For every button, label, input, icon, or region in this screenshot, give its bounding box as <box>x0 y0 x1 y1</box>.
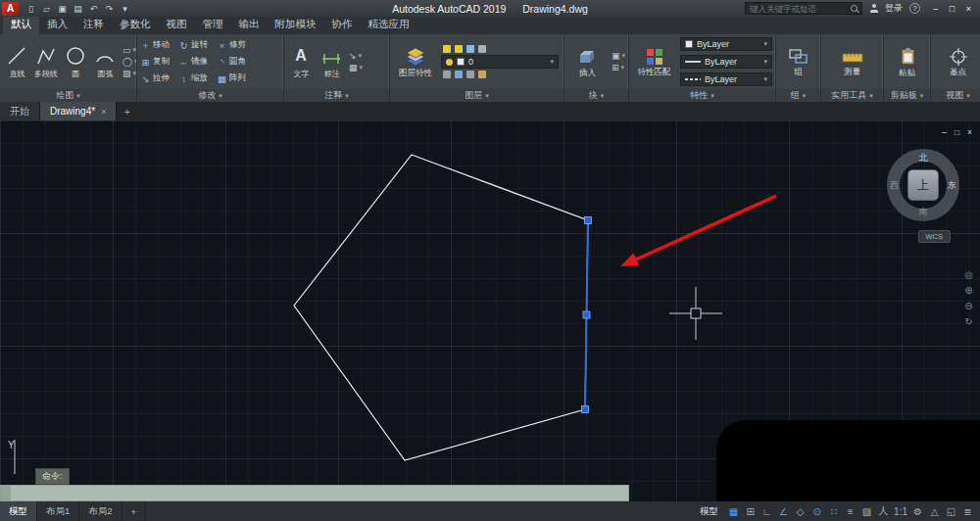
ribbon-tab-5[interactable]: 管理 <box>195 16 231 34</box>
panel-draw-footer[interactable]: 绘图 ▾ <box>0 89 136 102</box>
viewcube[interactable]: 北 南 西 东 上 <box>882 144 964 226</box>
model-space-button[interactable]: 模型 <box>693 505 725 518</box>
customize-toggle[interactable]: ≣ <box>959 506 976 517</box>
tool-fillet[interactable]: ◝圆角 <box>217 54 253 71</box>
tool-line[interactable]: 直线 <box>3 44 30 80</box>
grip-1[interactable] <box>583 311 590 318</box>
grip-0[interactable] <box>585 217 592 224</box>
help-icon[interactable]: ? <box>909 3 920 14</box>
zoom-in-icon[interactable]: ⊕ <box>960 285 977 296</box>
tool-array[interactable]: ▦阵列 <box>217 71 253 87</box>
tool-move[interactable]: +移动 <box>140 37 176 54</box>
annotation-visibility-toggle[interactable]: 人 <box>875 504 892 518</box>
leader-icon[interactable]: ↘▾ <box>349 51 363 61</box>
insert-block-button[interactable]: 插入 <box>567 46 608 78</box>
navigation-wheel-icon[interactable]: ◎ <box>960 269 977 280</box>
search-input[interactable] <box>750 4 848 14</box>
group-button[interactable]: 组 <box>779 47 817 77</box>
panel-layers-footer[interactable]: 图层 ▾ <box>390 89 564 102</box>
viewport-restore-icon[interactable]: □ <box>955 127 959 137</box>
viewcube-top-face[interactable]: 上 <box>907 169 939 201</box>
viewcube-north[interactable]: 北 <box>919 152 928 165</box>
create-block-icon[interactable]: ⊞▾ <box>612 63 625 72</box>
measure-button[interactable]: 测量 <box>830 47 875 77</box>
undo-icon[interactable]: ↶ <box>86 4 101 14</box>
new-file-icon[interactable]: ▯ <box>24 4 38 14</box>
panel-properties-footer[interactable]: 特性 ▾ <box>629 89 775 102</box>
command-bar-grip[interactable] <box>1 486 11 500</box>
viewport-minimize-icon[interactable]: – <box>942 127 947 137</box>
app-logo-icon[interactable]: A <box>2 2 19 16</box>
command-input[interactable] <box>11 489 628 498</box>
pentagon-shape[interactable] <box>294 155 588 460</box>
edit-attribute-icon[interactable]: ▣▾ <box>612 51 625 61</box>
close-tab-icon[interactable]: × <box>101 107 106 117</box>
layout-tab-2[interactable]: 布局2 <box>79 501 122 521</box>
search-icon[interactable] <box>851 5 858 12</box>
file-tab-start[interactable]: 开始 <box>0 102 40 120</box>
layer-lock-icon[interactable] <box>466 45 474 53</box>
new-tab-button[interactable]: + <box>117 106 136 118</box>
tool-scale[interactable]: ↕缩放 <box>178 71 215 87</box>
object-snap-toggle[interactable]: ⊙ <box>808 506 825 517</box>
isodraft-toggle[interactable]: ◇ <box>792 506 808 517</box>
viewcube-south[interactable]: 南 <box>919 206 928 218</box>
base-point-button[interactable]: 基点 <box>936 47 980 77</box>
table-icon[interactable]: ▦▾ <box>349 63 363 72</box>
tool-stretch[interactable]: ↘拉伸 <box>140 71 176 87</box>
ribbon-tab-3[interactable]: 参数化 <box>112 16 159 34</box>
tool-mirror[interactable]: ⇔镜像 <box>178 54 215 71</box>
wcs-button[interactable]: WCS <box>918 230 952 243</box>
ribbon-tab-2[interactable]: 注释 <box>75 16 112 34</box>
property-dropdown-2[interactable]: ByLayer▾ <box>680 72 772 86</box>
layer-freeze-icon[interactable] <box>455 45 463 53</box>
drawing-canvas[interactable]: Y –□× 北 南 西 东 上 WCS ◎⊕⊖↻ 命令: <box>0 120 980 501</box>
ribbon-tab-4[interactable]: 视图 <box>159 16 195 34</box>
tool-circle[interactable]: 圆 <box>62 44 89 80</box>
annotation-scale-toggle[interactable]: 1:1 <box>892 506 909 517</box>
layer-match-icon[interactable] <box>455 71 463 78</box>
ribbon-tab-8[interactable]: 协作 <box>324 16 361 34</box>
layer-state-icon[interactable] <box>443 71 451 78</box>
minimize-button[interactable]: – <box>927 4 944 14</box>
layer-on-icon[interactable] <box>443 45 451 53</box>
match-properties-button[interactable]: 特性匹配 <box>632 47 676 77</box>
viewcube-east[interactable]: 东 <box>948 179 956 192</box>
ellipse-icon[interactable]: ◯▾ <box>122 57 136 67</box>
clean-screen-toggle[interactable]: ◱ <box>943 506 959 517</box>
transparency-toggle[interactable]: ▨ <box>858 506 875 517</box>
tool-arc[interactable]: 圆弧 <box>91 44 119 80</box>
ribbon-tab-0[interactable]: 默认 <box>3 16 39 34</box>
rectangle-icon[interactable]: ▭▾ <box>122 45 136 55</box>
qat-dropdown-icon[interactable]: ▾ <box>118 4 132 14</box>
object-snap-tracking-toggle[interactable]: ∷ <box>825 506 842 517</box>
ribbon-tab-9[interactable]: 精选应用 <box>361 16 417 34</box>
ribbon-tab-6[interactable]: 输出 <box>231 16 268 34</box>
user-icon[interactable] <box>869 4 878 13</box>
property-dropdown-0[interactable]: ByLayer▾ <box>680 37 772 51</box>
paste-button[interactable]: 粘贴 <box>887 46 927 78</box>
hatch-icon[interactable]: ▨▾ <box>122 69 136 78</box>
restore-button[interactable]: □ <box>944 4 960 14</box>
layout-tab-1[interactable]: 布局1 <box>37 501 79 521</box>
grip-2[interactable] <box>582 406 589 413</box>
open-file-icon[interactable]: ▱ <box>39 4 54 14</box>
panel-clipboard-footer[interactable]: 剪贴板 ▾ <box>884 89 930 102</box>
layer-properties-button[interactable]: 图层特性 <box>393 46 438 78</box>
tool-copy[interactable]: ⊞复制 <box>140 54 176 71</box>
layout-tab-0[interactable]: 模型 <box>0 501 37 521</box>
panel-block-footer[interactable]: 块 ▾ <box>564 89 628 102</box>
save-file-icon[interactable]: ▣ <box>55 4 70 14</box>
search-box[interactable] <box>745 2 862 15</box>
layer-dropdown[interactable]: 0 ▾ <box>441 55 559 69</box>
workspace-switching-toggle[interactable]: ⚙ <box>909 506 926 517</box>
snap-mode-toggle[interactable]: ⊞ <box>742 506 759 517</box>
layer-plot-icon[interactable] <box>478 45 486 53</box>
panel-modify-footer[interactable]: 修改 ▾ <box>137 89 283 102</box>
tool-text[interactable]: A 文字 <box>287 44 315 80</box>
file-tab-drawing4[interactable]: Drawing4* × <box>40 102 117 120</box>
close-button[interactable]: × <box>960 4 977 14</box>
tool-dimension[interactable]: 标注 <box>318 44 345 80</box>
panel-groups-footer[interactable]: 组 ▾ <box>776 89 820 102</box>
ortho-mode-toggle[interactable]: ∟ <box>759 506 775 517</box>
